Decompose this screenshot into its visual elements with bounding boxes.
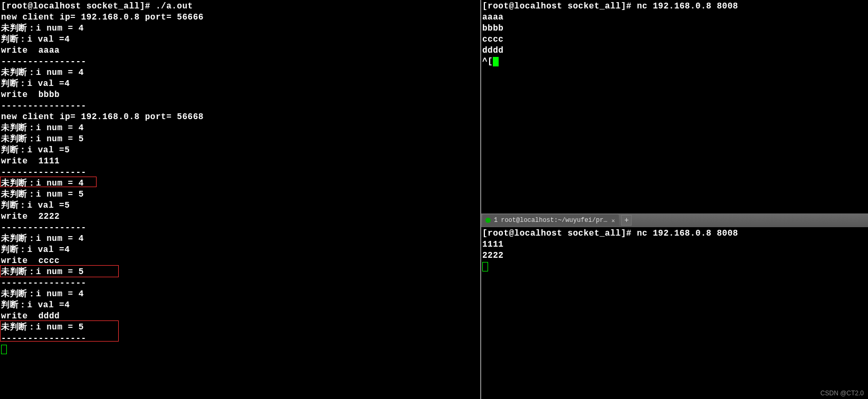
terminal-output-line: ----------------: [1, 278, 479, 289]
terminal-output-line: bbbb: [482, 23, 867, 34]
terminal-output-line: 1111: [482, 239, 867, 250]
cursor-icon: [493, 57, 499, 66]
terminal-output-line: write 1111: [1, 156, 479, 167]
tab-label: root@localhost:~/wuyufei/pr…: [501, 217, 607, 224]
terminal-output-line: write cccc: [1, 256, 479, 267]
cursor-line: [482, 261, 867, 273]
cursor-icon: [1, 345, 7, 354]
terminal-output-line: dddd: [482, 45, 867, 56]
terminal-output-line: ----------------: [1, 101, 479, 112]
terminal-output-line: 未判断：i num = 4: [1, 67, 479, 79]
cursor-line: [1, 344, 479, 355]
right-column: [root@localhost socket_all]# nc 192.168.…: [481, 0, 868, 399]
add-tab-button[interactable]: +: [621, 215, 632, 226]
terminal-output-line: 未判断：i num = 5: [1, 189, 479, 200]
tab-bar: 1 root@localhost:~/wuyufei/pr… ✕ +: [481, 213, 868, 227]
terminal-output-line: 未判断：i num = 4: [1, 123, 479, 134]
terminal-prompt: [root@localhost socket_all]# nc 192.168.…: [482, 228, 867, 239]
terminal-output-line: 2222: [482, 250, 867, 261]
terminal-output-line: write dddd: [1, 311, 479, 322]
terminal-output-line: 未判断：i num = 5: [1, 322, 479, 333]
terminal-output-line: 未判断：i num = 5: [1, 267, 479, 278]
terminal-output-line: 判断：i val =5: [1, 145, 479, 156]
terminal-tab[interactable]: 1 root@localhost:~/wuyufei/pr… ✕: [482, 215, 619, 226]
terminal-output-line: ----------------: [1, 222, 479, 233]
terminal-output-line: 未判断：i num = 4: [1, 178, 479, 189]
status-dot-icon: [485, 218, 491, 223]
terminal-output-line: 判断：i val =4: [1, 34, 479, 45]
terminal-output-line: 未判断：i num = 4: [1, 23, 479, 34]
close-icon[interactable]: ✕: [611, 217, 616, 224]
terminal-output-line: cccc: [482, 34, 867, 45]
terminal-escape-line: ^[: [482, 56, 867, 67]
terminal-output-line: new client ip= 192.168.0.8 port= 56668: [1, 112, 479, 123]
terminal-output-line: 判断：i val =4: [1, 300, 479, 311]
terminal-output-line: ----------------: [1, 333, 479, 344]
terminal-output-line: ----------------: [1, 56, 479, 67]
terminal-output-line: new client ip= 192.168.0.8 port= 56666: [1, 12, 479, 23]
terminal-output-line: 判断：i val =4: [1, 245, 479, 256]
watermark: CSDN @CT2.0: [821, 390, 864, 397]
terminal-pane-right-top[interactable]: [root@localhost socket_all]# nc 192.168.…: [481, 0, 868, 213]
tab-number: 1: [494, 217, 498, 224]
terminal-pane-left[interactable]: [root@localhost socket_all]# ./a.outnew …: [0, 0, 481, 399]
cursor-icon: [482, 262, 488, 271]
terminal-output-line: 判断：i val =4: [1, 79, 479, 90]
terminal-output-line: 未判断：i num = 4: [1, 289, 479, 300]
escape-sequence: ^[: [482, 57, 493, 66]
terminal-output-line: write 2222: [1, 211, 479, 222]
terminal-output-line: ----------------: [1, 167, 479, 178]
terminal-output-line: write bbbb: [1, 90, 479, 101]
terminal-output-line: 未判断：i num = 4: [1, 233, 479, 245]
terminal-output-line: 判断：i val =5: [1, 200, 479, 211]
terminal-prompt: [root@localhost socket_all]# nc 192.168.…: [482, 1, 867, 12]
terminal-output-line: 未判断：i num = 5: [1, 134, 479, 145]
terminal-output-line: write aaaa: [1, 45, 479, 56]
terminal-output-line: [root@localhost socket_all]# ./a.out: [1, 1, 479, 12]
terminal-pane-right-bottom[interactable]: [root@localhost socket_all]# nc 192.168.…: [481, 227, 868, 399]
terminal-output-line: aaaa: [482, 12, 867, 23]
